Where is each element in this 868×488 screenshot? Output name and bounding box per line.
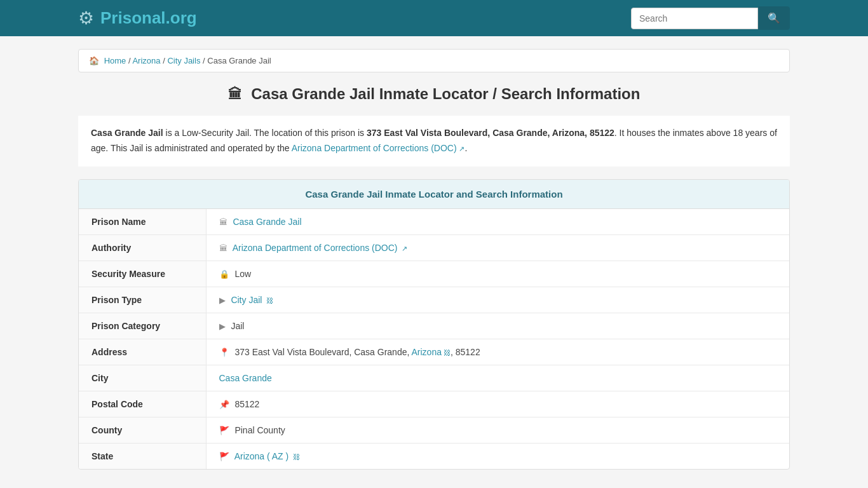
logo-area: ⚙ Prisonal.org — [78, 8, 197, 29]
search-button[interactable]: 🔍 — [758, 6, 790, 30]
chain-icon: ⛓ — [266, 297, 273, 304]
value-security: 🔒 Low — [206, 261, 789, 287]
desc-part3: . — [465, 143, 467, 153]
main-content: 🏠 Home / Arizona / City Jails / Casa Gra… — [65, 49, 803, 470]
table-row: County 🚩 Pinal County — [79, 417, 789, 443]
label-prison-category: Prison Category — [79, 313, 206, 339]
info-table: Prison Name 🏛 Casa Grande Jail Authority… — [79, 209, 789, 469]
state-icon: 🚩 — [219, 452, 229, 461]
label-county: County — [79, 417, 206, 443]
info-section: Casa Grande Jail Inmate Locator and Sear… — [78, 179, 790, 470]
table-row: State 🚩 Arizona ( AZ ) ⛓ — [79, 443, 789, 469]
label-security: Security Measure — [79, 261, 206, 287]
label-authority: Authority — [79, 234, 206, 261]
page-title: 🏛 Casa Grande Jail Inmate Locator / Sear… — [78, 85, 790, 103]
table-row: Prison Type ▶ City Jail ⛓ — [79, 287, 789, 313]
address-chain-icon: ⛓ — [444, 349, 451, 356]
breadcrumb-arizona[interactable]: Arizona — [132, 56, 160, 65]
value-authority: 🏛 Arizona Department of Corrections (DOC… — [206, 234, 789, 261]
logo-text: Prisonal.org — [100, 8, 197, 28]
page-title-area: 🏛 Casa Grande Jail Inmate Locator / Sear… — [78, 85, 790, 103]
prison-name-icon: 🏛 — [219, 217, 227, 227]
breadcrumb-home[interactable]: Home — [104, 56, 126, 65]
desc-part1: is a Low-Security Jail. The location of … — [163, 128, 367, 138]
logo-icon: ⚙ — [78, 8, 94, 29]
breadcrumb-city-jails[interactable]: City Jails — [167, 56, 200, 65]
logo-domain: .org — [166, 8, 197, 27]
home-icon: 🏠 — [89, 56, 99, 65]
description: Casa Grande Jail is a Low-Security Jail.… — [78, 116, 790, 166]
table-row: Postal Code 📌 85122 — [79, 391, 789, 417]
prison-category-icon: ▶ — [219, 322, 226, 331]
security-icon: 🔒 — [219, 269, 229, 279]
county-icon: 🚩 — [219, 426, 229, 435]
external-link-icon: ↗ — [402, 245, 407, 252]
authority-link[interactable]: Arizona Department of Corrections (DOC) — [233, 243, 398, 253]
table-row: Prison Name 🏛 Casa Grande Jail — [79, 209, 789, 235]
header: ⚙ Prisonal.org 🔍 — [0, 0, 868, 36]
breadcrumb: 🏠 Home / Arizona / City Jails / Casa Gra… — [78, 49, 790, 72]
value-city: Casa Grande — [206, 365, 789, 391]
label-prison-type: Prison Type — [79, 287, 206, 313]
search-input[interactable] — [631, 8, 758, 29]
prison-name-bold: Casa Grande Jail — [91, 128, 163, 138]
state-chain-icon: ⛓ — [293, 453, 300, 461]
doc-link[interactable]: Arizona Department of Corrections (DOC) … — [292, 143, 465, 153]
postal-icon: 📌 — [219, 400, 229, 409]
info-section-header: Casa Grande Jail Inmate Locator and Sear… — [79, 180, 789, 209]
label-postal: Postal Code — [79, 391, 206, 417]
city-link[interactable]: Casa Grande — [219, 373, 272, 383]
table-row: Address 📍 373 East Val Vista Boulevard, … — [79, 339, 789, 365]
prison-type-link[interactable]: City Jail — [231, 295, 262, 305]
table-row: City Casa Grande — [79, 365, 789, 391]
address-icon: 📍 — [219, 348, 229, 357]
label-city: City — [79, 365, 206, 391]
value-prison-name: 🏛 Casa Grande Jail — [206, 209, 789, 235]
state-link[interactable]: Arizona ( AZ ) — [234, 451, 289, 461]
prison-icon: 🏛 — [228, 86, 242, 102]
value-county: 🚩 Pinal County — [206, 417, 789, 443]
value-address: 📍 373 East Val Vista Boulevard, Casa Gra… — [206, 339, 789, 365]
prison-type-icon: ▶ — [219, 295, 226, 305]
table-row: Authority 🏛 Arizona Department of Correc… — [79, 234, 789, 261]
value-prison-type: ▶ City Jail ⛓ — [206, 287, 789, 313]
value-prison-category: ▶ Jail — [206, 313, 789, 339]
search-area: 🔍 — [631, 6, 790, 30]
value-state: 🚩 Arizona ( AZ ) ⛓ — [206, 443, 789, 469]
authority-icon: 🏛 — [219, 243, 227, 253]
logo-prisonal: Prisonal — [100, 8, 166, 27]
label-prison-name: Prison Name — [79, 209, 206, 235]
address-state-link[interactable]: Arizona — [411, 347, 441, 357]
value-postal: 📌 85122 — [206, 391, 789, 417]
breadcrumb-current: Casa Grande Jail — [207, 56, 271, 65]
table-row: Security Measure 🔒 Low — [79, 261, 789, 287]
label-address: Address — [79, 339, 206, 365]
label-state: State — [79, 443, 206, 469]
prison-name-link[interactable]: Casa Grande Jail — [233, 217, 301, 227]
desc-address: 373 East Val Vista Boulevard, Casa Grand… — [367, 128, 614, 138]
table-row: Prison Category ▶ Jail — [79, 313, 789, 339]
